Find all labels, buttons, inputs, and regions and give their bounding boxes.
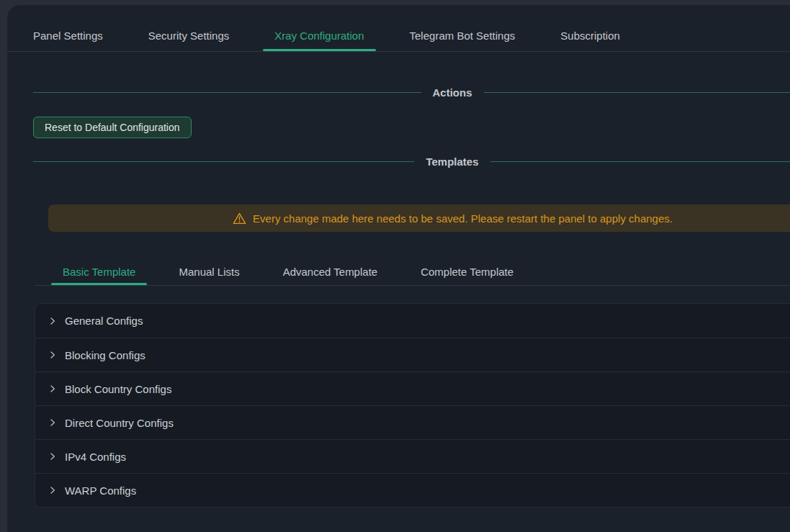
tab-manual-lists[interactable]: Manual Lists [167,258,251,285]
tab-panel-settings[interactable]: Panel Settings [33,19,103,51]
templates-divider-title: Templates [414,155,490,168]
actions-divider: Actions [33,85,790,99]
chevron-right-icon [48,452,57,461]
divider-line [484,92,790,93]
collapse-item-blocking-configs[interactable]: Blocking Configs [35,338,790,371]
actions-divider-title: Actions [421,86,484,99]
config-collapse-list: General Configs Blocking Configs Block C… [35,303,790,508]
tab-xray-configuration[interactable]: Xray Configuration [274,19,364,51]
collapse-item-warp-configs[interactable]: WARP Configs [35,473,790,507]
collapse-item-general-configs[interactable]: General Configs [35,304,790,338]
collapse-item-label: Blocking Configs [65,349,145,361]
chevron-right-icon [48,384,57,393]
chevron-right-icon [48,486,57,495]
chevron-right-icon [48,317,57,325]
collapse-item-label: WARP Configs [65,484,136,497]
divider-line [33,92,421,93]
collapse-item-block-country-configs[interactable]: Block Country Configs [35,371,790,405]
tab-advanced-template[interactable]: Advanced Template [271,258,389,285]
chevron-right-icon [48,418,57,427]
main-tab-bar: Panel Settings Security Settings Xray Co… [7,5,790,52]
collapse-item-label: Direct Country Configs [65,417,174,429]
templates-divider: Templates [33,154,790,168]
chevron-right-icon [48,351,57,359]
tab-complete-template[interactable]: Complete Template [409,258,525,285]
collapse-item-direct-country-configs[interactable]: Direct Country Configs [35,405,790,439]
settings-card: Panel Settings Security Settings Xray Co… [7,5,790,532]
collapse-item-ipv4-configs[interactable]: IPv4 Configs [35,439,790,473]
settings-page: Panel Settings Security Settings Xray Co… [0,0,790,532]
tab-security-settings[interactable]: Security Settings [148,19,230,51]
tab-telegram-bot-settings[interactable]: Telegram Bot Settings [410,19,516,51]
collapse-item-label: IPv4 Configs [65,451,126,463]
divider-line [490,161,790,162]
collapse-item-label: Block Country Configs [65,383,171,395]
collapse-item-label: General Configs [65,315,143,327]
reset-to-default-button[interactable]: Reset to Default Configuration [33,117,192,138]
tab-subscription[interactable]: Subscription [560,19,620,51]
tab-basic-template[interactable]: Basic Template [51,258,147,285]
restart-warning-banner: Every change made here needs to be saved… [48,204,790,232]
divider-line [33,161,414,162]
warning-message: Every change made here needs to be saved… [253,212,673,225]
template-tab-bar: Basic Template Manual Lists Advanced Tem… [35,258,790,286]
warning-icon [233,212,246,225]
